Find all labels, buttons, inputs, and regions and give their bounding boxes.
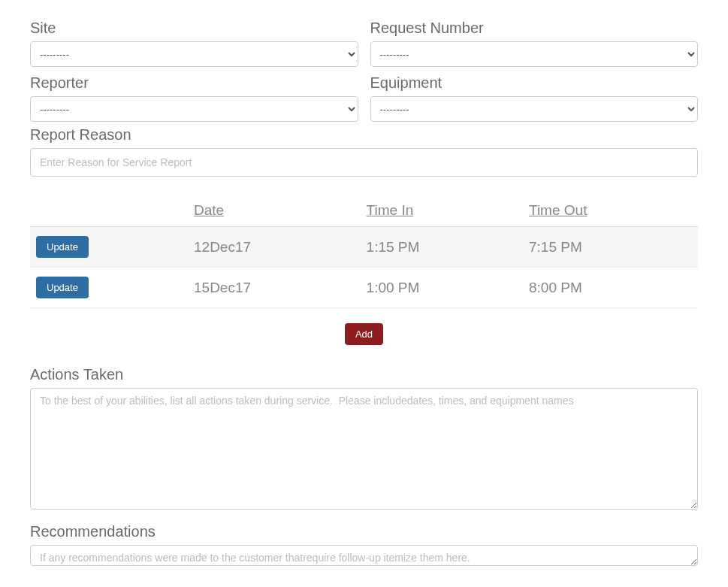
reporter-select[interactable]: ---------: [30, 96, 358, 122]
reporter-label: Reporter: [30, 74, 358, 92]
cell-timeout: 8:00 PM: [523, 268, 698, 308]
table-row: Update 12Dec17 1:15 PM 7:15 PM: [30, 227, 698, 268]
recommendations-textarea[interactable]: [30, 545, 698, 566]
table-row: Update 15Dec17 1:00 PM 8:00 PM: [30, 268, 698, 308]
time-entries-table: Date Time In Time Out Update 12Dec17 1:1…: [30, 195, 698, 308]
col-timein-header: Time In: [361, 195, 523, 227]
cell-timein: 1:15 PM: [361, 227, 523, 268]
table-header-row: Date Time In Time Out: [30, 195, 698, 227]
request-number-select[interactable]: ---------: [370, 41, 699, 67]
col-action-header: [30, 195, 188, 227]
add-button[interactable]: Add: [345, 323, 383, 345]
update-button[interactable]: Update: [36, 277, 89, 298]
cell-timeout: 7:15 PM: [523, 227, 698, 268]
site-label: Site: [30, 20, 358, 37]
col-date-header: Date: [188, 195, 361, 227]
cell-date: 15Dec17: [188, 268, 361, 308]
actions-taken-textarea[interactable]: [30, 388, 698, 510]
recommendations-label: Recommendations: [30, 523, 698, 540]
col-timeout-header: Time Out: [523, 195, 698, 227]
report-reason-label: Report Reason: [30, 126, 698, 144]
site-select[interactable]: ---------: [30, 41, 358, 67]
equipment-label: Equipment: [370, 74, 699, 92]
cell-timein: 1:00 PM: [361, 268, 523, 308]
report-reason-input[interactable]: [30, 148, 698, 177]
update-button[interactable]: Update: [36, 236, 89, 258]
cell-date: 12Dec17: [188, 227, 361, 268]
equipment-select[interactable]: ---------: [370, 96, 699, 122]
request-number-label: Request Number: [370, 20, 699, 37]
actions-taken-label: Actions Taken: [30, 366, 698, 383]
